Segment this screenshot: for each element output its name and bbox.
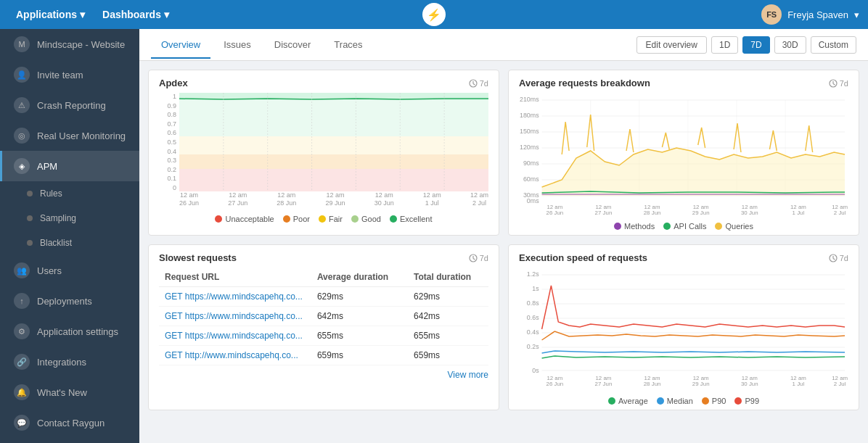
- tab-discover[interactable]: Discover: [264, 32, 322, 59]
- whats-new-label: What's New: [37, 387, 87, 398]
- legend-median: Median: [657, 397, 693, 405]
- sidebar-item-app-settings[interactable]: ⚙ Application settings: [0, 316, 139, 347]
- user-name: Freyja Spaven: [787, 9, 848, 20]
- time-btn-30d[interactable]: 30D: [774, 36, 806, 54]
- tab-issues[interactable]: Issues: [213, 32, 261, 59]
- apdex-time: 7d: [469, 79, 488, 88]
- apm-label: APM: [37, 161, 57, 172]
- svg-text:90ms: 90ms: [523, 160, 539, 167]
- invite-team-label: Invite team: [37, 70, 83, 80]
- svg-rect-7: [179, 169, 488, 191]
- avg-requests-legend: Methods API Calls Queries: [509, 219, 859, 235]
- row-url-2[interactable]: GET https://www.mindscapehq.co...: [159, 326, 311, 346]
- sidebar-item-contact[interactable]: 💬 Contact Raygun: [0, 407, 139, 438]
- execution-speed-card: Execution speed of requests 7d 1.2s 1s 0…: [508, 244, 859, 410]
- sidebar-item-apm[interactable]: ◈ APM: [0, 151, 139, 181]
- slowest-requests-time: 7d: [469, 254, 488, 262]
- svg-rect-6: [179, 154, 488, 169]
- edit-overview-button[interactable]: Edit overview: [636, 36, 707, 54]
- integrations-label: Integrations: [37, 357, 86, 368]
- legend-good: Good: [351, 215, 381, 223]
- slowest-requests-card: Slowest requests 7d Request URL Average …: [148, 244, 499, 410]
- svg-text:0s: 0s: [532, 367, 539, 374]
- legend-methods: Methods: [614, 222, 655, 231]
- col-avg: Average duration: [311, 268, 408, 287]
- blacklist-dot: [27, 240, 33, 246]
- svg-text:0ms: 0ms: [527, 197, 539, 204]
- rum-label: Real User Monitoring: [37, 131, 126, 141]
- table-row: GET https://www.mindscapehq.co... 655ms …: [159, 326, 488, 346]
- tab-overview[interactable]: Overview: [151, 32, 210, 59]
- row-total-1: 642ms: [408, 307, 488, 326]
- execution-speed-title: Execution speed of requests: [519, 252, 647, 263]
- sidebar-item-sampling[interactable]: Sampling: [0, 206, 139, 231]
- blacklist-label: Blacklist: [40, 238, 72, 248]
- svg-rect-4: [179, 100, 488, 136]
- svg-text:0.6s: 0.6s: [527, 314, 539, 321]
- sidebar-item-crash-reporting[interactable]: ⚠ Crash Reporting: [0, 90, 139, 120]
- fair-dot: [319, 215, 326, 223]
- sidebar-item-deployments[interactable]: ↑ Deployments: [0, 286, 139, 316]
- sidebar-item-users[interactable]: 👥 Users: [0, 255, 139, 286]
- sidebar-item-blacklist[interactable]: Blacklist: [0, 231, 139, 255]
- median-dot: [657, 397, 664, 405]
- apdex-card: Apdex 7d 10.90.80.70.6 0.50.40.30.20.10: [148, 70, 499, 236]
- poor-dot: [283, 215, 290, 223]
- nav-right: FS Freyja Spaven ▾: [761, 4, 859, 25]
- time-btn-custom[interactable]: Custom: [811, 36, 856, 54]
- table-row: GET https://www.mindscapehq.co... 642ms …: [159, 307, 488, 326]
- dashboards-label: Dashboards: [102, 9, 161, 20]
- svg-line-16: [833, 83, 835, 85]
- rum-icon: ◎: [14, 128, 30, 144]
- svg-line-2: [473, 83, 475, 85]
- row-avg-2: 655ms: [311, 326, 408, 346]
- view-more-link[interactable]: View more: [149, 365, 499, 387]
- apdex-title: Apdex: [159, 78, 188, 88]
- row-url-3[interactable]: GET http://www.mindscapehq.co...: [159, 346, 311, 365]
- legend-unacceptable: Unacceptable: [215, 215, 274, 223]
- svg-text:27 Jun: 27 Jun: [595, 381, 613, 387]
- row-total-2: 655ms: [408, 326, 488, 346]
- users-icon: 👥: [14, 262, 30, 278]
- sampling-label: Sampling: [40, 213, 76, 223]
- tab-traces[interactable]: Traces: [324, 32, 372, 59]
- legend-p99: P99: [734, 397, 759, 405]
- dashboard-grid: Apdex 7d 10.90.80.70.6 0.50.40.30.20.10: [139, 61, 868, 419]
- sidebar-item-invite-team[interactable]: 👤 Invite team: [0, 59, 139, 90]
- rules-label: Rules: [40, 189, 62, 199]
- apdex-chart: 10.90.80.70.6 0.50.40.30.20.10: [159, 93, 488, 209]
- contact-icon: 💬: [14, 415, 30, 431]
- row-avg-1: 642ms: [311, 307, 408, 326]
- legend-queries: Queries: [715, 222, 753, 231]
- applications-menu[interactable]: Applications ▾: [9, 4, 92, 25]
- svg-text:0.2s: 0.2s: [527, 343, 539, 350]
- svg-rect-5: [179, 136, 488, 154]
- row-url-1[interactable]: GET https://www.mindscapehq.co...: [159, 307, 311, 326]
- crash-reporting-label: Crash Reporting: [37, 100, 106, 111]
- time-btn-7d[interactable]: 7D: [742, 36, 769, 54]
- slowest-requests-table: Request URL Average duration Total durat…: [159, 268, 488, 365]
- dashboards-menu[interactable]: Dashboards ▾: [95, 4, 176, 25]
- row-url-0[interactable]: GET https://www.mindscapehq.co...: [159, 287, 311, 307]
- sidebar-item-rum[interactable]: ◎ Real User Monitoring: [0, 120, 139, 151]
- sidebar: M Mindscape - Website 👤 Invite team ⚠ Cr…: [0, 29, 139, 443]
- sidebar-item-rules[interactable]: Rules: [0, 181, 139, 206]
- content-area: Overview Issues Discover Traces Edit ove…: [139, 29, 868, 443]
- time-btn-1d[interactable]: 1D: [711, 36, 738, 54]
- sidebar-item-whats-new[interactable]: 🔔 What's New: [0, 377, 139, 407]
- deployments-icon: ↑: [14, 293, 30, 309]
- table-row: GET https://www.mindscapehq.co... 629ms …: [159, 287, 488, 307]
- logo-icon: ⚡: [422, 3, 446, 26]
- svg-text:28 Jun: 28 Jun: [644, 381, 661, 387]
- tabs-bar: Overview Issues Discover Traces Edit ove…: [139, 29, 868, 61]
- svg-line-54: [473, 258, 475, 260]
- row-avg-3: 659ms: [311, 346, 408, 365]
- avg-requests-card: Average requests breakdown 7d 210ms 180m…: [508, 70, 859, 236]
- sidebar-item-integrations[interactable]: 🔗 Integrations: [0, 347, 139, 377]
- p90-dot: [702, 397, 709, 405]
- sidebar-app-name[interactable]: M Mindscape - Website: [0, 29, 139, 59]
- app-name-label: Mindscape - Website: [37, 39, 125, 50]
- applications-caret: ▾: [80, 9, 85, 20]
- svg-text:26 Jun: 26 Jun: [546, 210, 564, 216]
- legend-api-calls: API Calls: [663, 222, 706, 231]
